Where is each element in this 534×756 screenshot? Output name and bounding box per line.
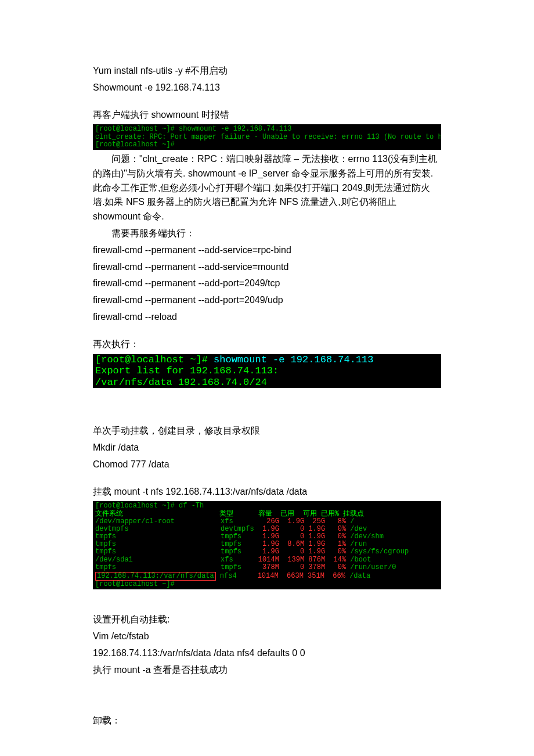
text-problem-explanation: 问题："clnt_create：RPC：端口映射器故障 – 无法接收：errno… bbox=[93, 152, 441, 224]
text-auto-mount-title: 设置开机自动挂载: bbox=[93, 613, 441, 627]
df-prompt-end: [root@localhost ~]# bbox=[95, 580, 175, 588]
cmd-showmount: Showmount -e 192.168.74.113 bbox=[93, 81, 441, 95]
terminal-showmount-error: [root@localhost ~]# showmount -e 192.168… bbox=[93, 124, 441, 150]
df-row: tmpfs tmpfs 1.9G 0 1.9G 0% /dev/shm bbox=[95, 532, 384, 541]
cmd-firewall-2: firewall-cmd --permanent --add-service=m… bbox=[93, 260, 441, 275]
cmd-mkdir: Mkdir /data bbox=[93, 441, 441, 455]
cmd-yum-install: Yum install nfs-utils -y #不用启动 bbox=[93, 64, 441, 78]
df-row: tmpfs tmpfs 1.9G 8.6M 1.9G 1% /run bbox=[95, 540, 367, 548]
text-fstab-line: 192.168.74.113:/var/nfs/data /data nfs4 … bbox=[93, 646, 441, 661]
df-row-highlight: 192.168.74.113:/var/nfs/data nfs4 1014M … bbox=[95, 572, 370, 580]
df-row: devtmpfs devtmpfs 1.9G 0 1.9G 0% /dev bbox=[95, 525, 367, 533]
term2-export-path: /var/nfs/data 192.168.74.0/24 bbox=[95, 377, 267, 388]
text-unmount: 卸载： bbox=[93, 714, 441, 728]
cmd-vim-fstab: Vim /etc/fstab bbox=[93, 629, 441, 644]
term2-export-list: Export list for 192.168.74.113: bbox=[95, 365, 279, 376]
term-error-line: clnt_create: RPC: Port mapper failure - … bbox=[95, 133, 441, 141]
df-row: tmpfs tmpfs 378M 0 378M 0% /run/user/0 bbox=[95, 563, 396, 571]
df-header: 文件系统 类型 容量 已用 可用 已用% 挂载点 bbox=[95, 510, 364, 518]
text-manual-mount: 单次手动挂载，创建目录，修改目录权限 bbox=[93, 424, 441, 438]
cmd-chmod: Chomod 777 /data bbox=[93, 458, 441, 472]
df-row: tmpfs tmpfs 1.9G 0 1.9G 0% /sys/fs/cgrou… bbox=[95, 548, 409, 556]
text-exec-again: 再次执行： bbox=[93, 337, 441, 352]
cmd-firewall-4: firewall-cmd --permanent --add-port=2049… bbox=[93, 293, 441, 308]
df-row: /dev/sda1 xfs 1014M 139M 876M 14% /boot bbox=[95, 556, 371, 564]
cmd-firewall-5: firewall-cmd --reload bbox=[93, 310, 441, 325]
text-mount-cmd: 挂载 mount -t nfs 192.168.74.113:/var/nfs/… bbox=[93, 485, 441, 499]
cmd-firewall-3: firewall-cmd --permanent --add-port=2049… bbox=[93, 276, 441, 291]
term2-cmd: showmount -e 192.168.74.113 bbox=[214, 354, 373, 365]
cmd-firewall-1: firewall-cmd --permanent --add-service=r… bbox=[93, 243, 441, 258]
text-client-error: 再客户端执行 showmount 时报错 bbox=[93, 108, 441, 123]
term2-prompt: [root@localhost ~]# bbox=[95, 354, 214, 365]
document-page: Yum install nfs-utils -y #不用启动 Showmount… bbox=[0, 0, 534, 753]
text-need-server-exec: 需要再服务端执行： bbox=[93, 226, 441, 241]
term-prompt: [root@localhost ~]# bbox=[95, 125, 179, 133]
terminal-showmount-success: [root@localhost ~]# showmount -e 192.168… bbox=[93, 354, 441, 388]
term-cmd: showmount -e 192.168.74.113 bbox=[179, 125, 291, 133]
df-row: /dev/mapper/cl-root xfs 26G 1.9G 25G 8% … bbox=[95, 517, 355, 525]
term-prompt-2: [root@localhost ~]# bbox=[95, 141, 175, 149]
terminal-df-output: [root@localhost ~]# df -Th 文件系统 类型 容量 已用… bbox=[93, 501, 441, 589]
text-mount-a: 执行 mount -a 查看是否挂载成功 bbox=[93, 663, 441, 678]
df-prompt: [root@localhost ~]# df -Th bbox=[95, 502, 204, 510]
